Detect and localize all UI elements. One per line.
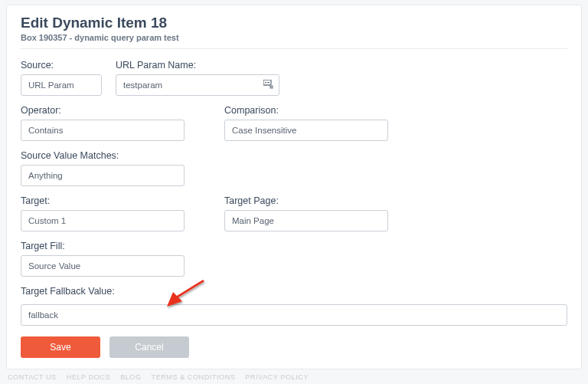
comparison-label: Comparison: bbox=[224, 105, 388, 116]
target-fallback-field[interactable] bbox=[28, 310, 560, 320]
footer-link[interactable]: HELP DOCS bbox=[67, 373, 110, 381]
page-subtitle: Box 190357 - dynamic query param test bbox=[21, 33, 567, 42]
source-value: URL Param bbox=[28, 80, 74, 90]
footer-link[interactable]: BLOG bbox=[120, 373, 141, 381]
form: Source: URL Param URL Param Name: bbox=[21, 60, 567, 358]
target-page-value: Main Page bbox=[232, 216, 274, 225]
url-param-name-label: URL Param Name: bbox=[116, 60, 279, 71]
target-fallback-label: Target Fallback Value: bbox=[21, 286, 567, 297]
divider bbox=[21, 48, 567, 49]
source-select[interactable]: URL Param bbox=[21, 74, 102, 96]
footer-links: CONTACT US HELP DOCS BLOG TERMS & CONDIT… bbox=[8, 373, 316, 381]
source-value-matches-value: Anything bbox=[28, 171, 63, 180]
footer-link[interactable]: PRIVACY POLICY bbox=[245, 373, 309, 381]
target-fill-label: Target Fill: bbox=[21, 241, 185, 251]
comparison-value: Case Insensitive bbox=[232, 126, 296, 135]
operator-select[interactable]: Contains bbox=[21, 120, 185, 141]
source-label: Source: bbox=[21, 60, 102, 71]
comparison-select[interactable]: Case Insensitive bbox=[224, 120, 388, 141]
param-icon[interactable] bbox=[263, 80, 273, 90]
save-button[interactable]: Save bbox=[21, 336, 100, 358]
edit-panel: Edit Dynamic Item 18 Box 190357 - dynami… bbox=[6, 5, 582, 369]
target-select[interactable]: Custom 1 bbox=[21, 210, 185, 231]
footer-link[interactable]: TERMS & CONDITIONS bbox=[152, 373, 236, 381]
target-fill-select[interactable]: Source Value bbox=[21, 255, 185, 277]
url-param-name-input[interactable] bbox=[116, 74, 279, 96]
url-param-name-field[interactable] bbox=[123, 80, 272, 90]
svg-rect-2 bbox=[267, 82, 270, 83]
target-page-select[interactable]: Main Page bbox=[224, 210, 388, 231]
target-value: Custom 1 bbox=[28, 216, 66, 225]
source-value-matches-select[interactable]: Anything bbox=[21, 165, 185, 186]
operator-label: Operator: bbox=[21, 105, 185, 116]
actions: Save Cancel bbox=[21, 336, 567, 358]
panel-header: Edit Dynamic Item 18 Box 190357 - dynami… bbox=[21, 15, 567, 42]
target-fallback-input[interactable] bbox=[21, 304, 567, 326]
svg-rect-1 bbox=[265, 82, 266, 83]
footer-link[interactable]: CONTACT US bbox=[8, 373, 57, 381]
target-fill-value: Source Value bbox=[28, 261, 80, 271]
source-value-matches-label: Source Value Matches: bbox=[21, 150, 185, 161]
global-footer: CONTACT US HELP DOCS BLOG TERMS & CONDIT… bbox=[8, 373, 580, 381]
target-page-label: Target Page: bbox=[224, 195, 388, 206]
page-title: Edit Dynamic Item 18 bbox=[21, 15, 567, 32]
cancel-button[interactable]: Cancel bbox=[109, 336, 189, 358]
operator-value: Contains bbox=[28, 126, 63, 135]
target-label: Target: bbox=[21, 195, 185, 206]
